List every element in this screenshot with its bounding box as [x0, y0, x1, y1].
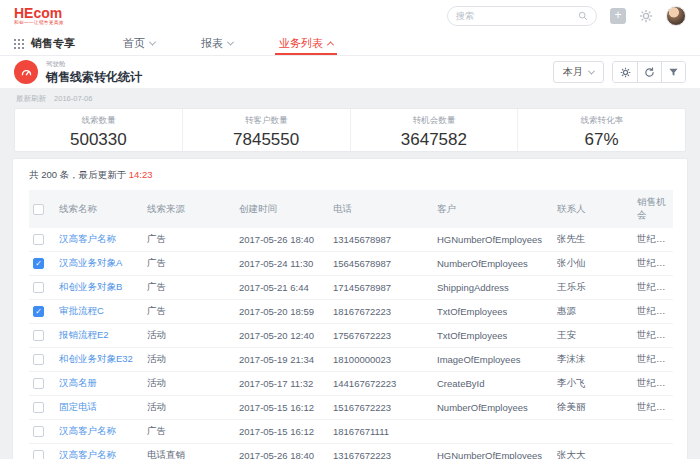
table-row: 和创业务对象E32活动2017-05-19 21:3418100000023Im… — [29, 348, 673, 372]
nav-bar: 销售专享 首页 报表 业务列表 — [0, 32, 700, 56]
leads-table-card: 共 200 条，最后更新于 14:23 线索名称 线索来源 创建时间 电话 客户… — [12, 158, 688, 459]
chevron-down-icon — [149, 39, 156, 46]
refresh-button[interactable] — [637, 62, 661, 82]
col-phone: 电话 — [329, 190, 433, 228]
tab-reports[interactable]: 报表 — [201, 32, 233, 55]
opportunity-cell: 世纪乐天 — [633, 372, 673, 396]
created-time-cell: 2017-05-24 11:30 — [235, 252, 329, 276]
lead-source-cell: 广告 — [143, 420, 235, 444]
opportunity-cell — [633, 420, 673, 444]
phone-cell: 18167671111 — [329, 420, 433, 444]
lead-name-link[interactable]: 汉高客户名称 — [59, 233, 116, 244]
table-row: 固定电话活动2017-05-15 16:1215167672223NumberO… — [29, 396, 673, 420]
contact-cell: 徐美丽 — [553, 396, 633, 420]
row-checkbox[interactable]: ✓ — [33, 306, 44, 317]
period-select[interactable]: 本月 — [553, 61, 604, 83]
lead-name-link[interactable]: 汉高名册 — [59, 377, 97, 388]
global-search[interactable] — [447, 6, 597, 26]
row-checkbox[interactable] — [33, 426, 44, 437]
tab-home-label: 首页 — [123, 36, 145, 51]
lead-source-cell: 广告 — [143, 228, 235, 252]
created-time-cell: 2017-05-15 16:12 — [235, 420, 329, 444]
main-content: 最新刷新 2016-07-06 线索数量 500330 转客户数量 784555… — [0, 88, 700, 459]
phone-cell: 18167672223 — [329, 300, 433, 324]
lead-name-link[interactable]: 和创业务对象B — [59, 281, 122, 292]
created-time-cell: 2017-05-26 18:40 — [235, 228, 329, 252]
opportunity-cell: 世纪乐天 — [633, 228, 673, 252]
row-checkbox[interactable] — [33, 330, 44, 341]
table-summary: 共 200 条，最后更新于 14:23 — [29, 169, 671, 182]
settings-button[interactable] — [613, 62, 637, 82]
chevron-down-icon — [227, 39, 234, 46]
row-checkbox[interactable] — [33, 402, 44, 413]
nav-module-label: 销售专享 — [31, 36, 75, 51]
created-time-cell: 2017-05-26 18:40 — [235, 444, 329, 459]
user-avatar[interactable] — [666, 6, 686, 26]
col-opportunity: 销售机会 — [633, 190, 673, 228]
stat-leads-count: 线索数量 500330 — [15, 109, 182, 151]
lead-name-link[interactable]: 固定电话 — [59, 401, 97, 412]
table-row: ✓汉高业务对象A广告2017-05-24 11:3015645678987Num… — [29, 252, 673, 276]
add-button[interactable]: + — [610, 8, 626, 24]
created-time-cell: 2017-05-21 6:44 — [235, 276, 329, 300]
phone-cell: 17145678987 — [329, 276, 433, 300]
contact-cell: 张小仙 — [553, 252, 633, 276]
stat-label: 线索数量 — [15, 115, 182, 127]
table-row: 报销流程E2活动2017-05-20 12:4017567672223TxtOf… — [29, 324, 673, 348]
table-row: 汉高客户名称广告2017-05-15 16:1218167671111 — [29, 420, 673, 444]
page-title: 销售线索转化统计 — [46, 71, 142, 83]
lead-source-cell: 活动 — [143, 348, 235, 372]
settings-gear-icon[interactable] — [639, 9, 653, 23]
toolbar — [612, 61, 686, 83]
title-category: 驾驶舱 — [46, 61, 142, 68]
lead-source-cell: 活动 — [143, 396, 235, 420]
stat-label: 线索转化率 — [518, 115, 685, 127]
phone-cell: 15167672223 — [329, 396, 433, 420]
chevron-down-icon — [588, 67, 595, 74]
contact-cell: 李小飞 — [553, 372, 633, 396]
stat-value: 3647582 — [351, 130, 518, 150]
tab-reports-label: 报表 — [201, 36, 223, 51]
search-input[interactable] — [456, 11, 578, 21]
table-body: 汉高客户名称广告2017-05-26 18:4013145678987HGNum… — [29, 228, 673, 459]
contact-cell: 张先生 — [553, 228, 633, 252]
row-checkbox[interactable] — [33, 354, 44, 365]
contact-cell — [553, 420, 633, 444]
table-row: 和创业务对象B广告2017-05-21 6:4417145678987Shipp… — [29, 276, 673, 300]
lead-name-link[interactable]: 汉高客户名称 — [59, 449, 116, 459]
dashboard-icon — [14, 60, 38, 84]
lead-name-link[interactable]: 汉高客户名称 — [59, 425, 116, 436]
row-checkbox[interactable] — [33, 450, 44, 459]
row-checkbox[interactable] — [33, 378, 44, 389]
customer-cell: ShippingAddress — [433, 276, 553, 300]
stat-label: 转机会数量 — [351, 115, 518, 127]
contact-cell: 张大大 — [553, 444, 633, 459]
stats-card: 线索数量 500330 转客户数量 7845550 转机会数量 3647582 … — [14, 108, 686, 152]
filter-button[interactable] — [661, 62, 685, 82]
stat-value: 500330 — [15, 130, 182, 150]
lead-name-link[interactable]: 审批流程C — [59, 305, 104, 316]
lead-name-link[interactable]: 和创业务对象E32 — [59, 353, 133, 364]
refresh-note-label: 最新刷新 — [16, 94, 46, 103]
tab-business-list-label: 业务列表 — [279, 36, 323, 51]
row-checkbox[interactable] — [33, 234, 44, 245]
stat-converted-opportunities: 转机会数量 3647582 — [350, 109, 518, 151]
lead-name-link[interactable]: 报销流程E2 — [59, 329, 109, 340]
created-time-cell: 2017-05-17 11:32 — [235, 372, 329, 396]
leads-table: 线索名称 线索来源 创建时间 电话 客户 联系人 销售机会 汉高客户名称广告20… — [29, 190, 673, 459]
tab-business-list[interactable]: 业务列表 — [279, 32, 333, 55]
row-checkbox[interactable] — [33, 282, 44, 293]
opportunity-cell — [633, 444, 673, 459]
select-all-checkbox[interactable] — [33, 204, 44, 215]
stat-converted-customers: 转客户数量 7845550 — [182, 109, 350, 151]
customer-cell: ImageOfEmployees — [433, 348, 553, 372]
opportunity-cell: 世纪乐天 — [633, 396, 673, 420]
row-checkbox[interactable]: ✓ — [33, 258, 44, 269]
table-row: 汉高客户名称广告2017-05-26 18:4013145678987HGNum… — [29, 228, 673, 252]
col-created-time: 创建时间 — [235, 190, 329, 228]
lead-name-link[interactable]: 汉高业务对象A — [59, 257, 122, 268]
title-bar: 驾驶舱 销售线索转化统计 本月 — [0, 56, 700, 88]
nav-module-switcher[interactable]: 销售专享 — [14, 36, 75, 51]
chevron-up-icon — [327, 41, 334, 48]
tab-home[interactable]: 首页 — [123, 32, 155, 55]
